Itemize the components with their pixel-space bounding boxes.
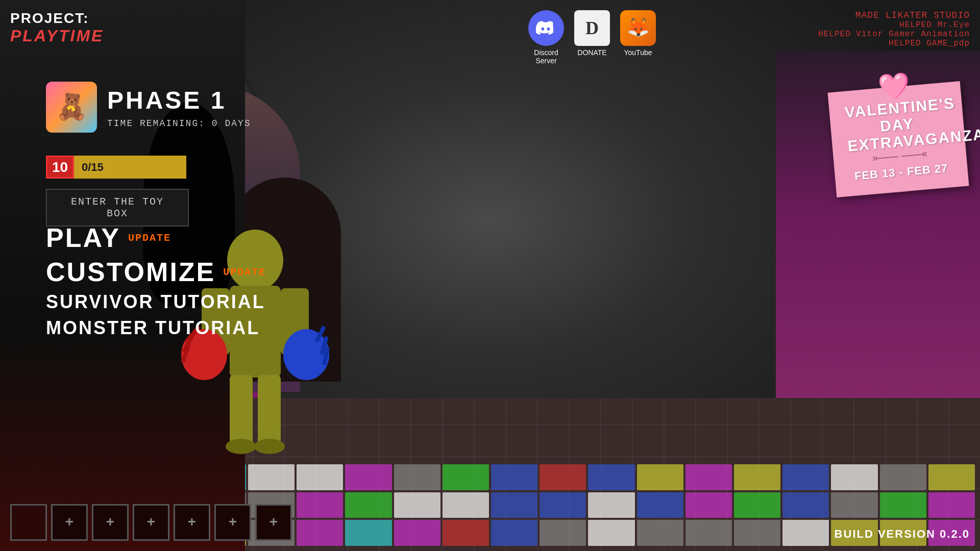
build-version: BUILD VERSION 0.2.0 [835, 528, 970, 541]
floor-tile [443, 464, 489, 490]
slot-7[interactable]: + [255, 504, 292, 541]
floor-tile [588, 464, 634, 490]
play-label: PLAY [46, 224, 120, 251]
credits-section: MADE LIKATER STUDIO HELPED Mr.Eye HELPED… [818, 10, 970, 48]
slot-4-plus: + [147, 515, 156, 531]
credits-title: MADE LIKATER STUDIO [818, 10, 970, 20]
credits-helped1: HELPED Mr.Eye [818, 20, 970, 30]
floor-tile [831, 464, 877, 490]
logo-line1: PROJECT: [10, 10, 104, 27]
floor-tile [394, 492, 440, 518]
valentine-title: VALENTINE'SDAYEXTRAVAGANZA [844, 95, 950, 155]
floor-tile [394, 520, 440, 546]
level-badge: 10 [46, 156, 74, 179]
floor-tile [685, 492, 732, 518]
floor-tile [685, 464, 732, 490]
progress-section: 10 0/15 [46, 156, 186, 179]
logo-line2: PLAYTIME [10, 27, 104, 45]
youtube-button[interactable]: 🦊 YouTube [620, 10, 656, 65]
time-remaining: TIME REMAINING: 0 DAYS [107, 118, 251, 129]
floor-tile [782, 492, 829, 518]
donate-button[interactable]: D DONATE [574, 10, 610, 65]
floor-tile [734, 464, 780, 490]
svg-point-4 [226, 439, 256, 454]
floor-tile [491, 520, 537, 546]
phase-section: 🧸 PHASE 1 TIME REMAINING: 0 DAYS [46, 82, 251, 133]
floor-tile [491, 464, 537, 490]
slot-5[interactable]: + [174, 504, 210, 541]
floor-tile [443, 520, 489, 546]
youtube-label: YouTube [624, 48, 652, 57]
floor-tile [588, 492, 634, 518]
floor-tile [394, 464, 440, 490]
floor-tile [345, 520, 391, 546]
progress-bar: 0/15 [74, 156, 186, 179]
valentine-heart-icon: 🩷 [877, 70, 911, 104]
play-update-badge: UPDATE [128, 232, 171, 244]
youtube-icon: 🦊 [620, 10, 656, 46]
slot-6[interactable]: + [214, 504, 251, 541]
play-menu-item[interactable]: PLAY UPDATE [46, 224, 266, 251]
monster-tutorial-item[interactable]: MONSTER TUTORIAL [46, 319, 266, 337]
svg-rect-3 [258, 375, 281, 446]
floor-tile [928, 492, 975, 518]
floor-tile [637, 520, 683, 546]
slot-1[interactable] [10, 504, 47, 541]
floor-tile [685, 520, 732, 546]
floor-tile [588, 520, 634, 546]
slot-3-plus: + [106, 515, 115, 531]
toy-box-icon: 🧸 [46, 82, 97, 133]
main-menu: PLAY UPDATE CUSTOMIZE UPDATE SURVIVOR TU… [46, 224, 266, 337]
slot-4[interactable]: + [133, 504, 169, 541]
slot-3[interactable]: + [92, 504, 129, 541]
discord-button[interactable]: DiscordServer [528, 10, 564, 65]
slot-7-plus: + [270, 515, 278, 531]
valentine-banner: 🩷 VALENTINE'SDAYEXTRAVAGANZA »—— ——« FEB… [828, 81, 969, 197]
credits-helped2: HELPED Vitor Gamer Animation [818, 30, 970, 39]
floor-tile [637, 464, 683, 490]
progress-text: 0/15 [82, 161, 104, 174]
floor-tile [880, 464, 926, 490]
customize-update-badge: UPDATE [223, 266, 266, 278]
floor-tile [540, 464, 586, 490]
floor-tile [540, 520, 586, 546]
phase-info: PHASE 1 TIME REMAINING: 0 DAYS [107, 86, 251, 129]
social-buttons-container: DiscordServer D DONATE 🦊 YouTube [528, 10, 656, 65]
svg-rect-2 [230, 375, 253, 446]
floor-tile [443, 492, 489, 518]
discord-icon [528, 10, 564, 46]
floor-tile [345, 492, 391, 518]
donate-label: DONATE [577, 48, 606, 57]
slot-2[interactable]: + [51, 504, 88, 541]
survivor-tutorial-item[interactable]: SURVIVOR TUTORIAL [46, 293, 266, 311]
valentine-card: 🩷 VALENTINE'SDAYEXTRAVAGANZA »—— ——« FEB… [828, 81, 969, 197]
floor-tile [831, 492, 877, 518]
customize-menu-item[interactable]: CUSTOMIZE UPDATE [46, 259, 266, 285]
floor-tile [540, 492, 586, 518]
svg-point-5 [254, 439, 285, 454]
floor-tile [345, 464, 391, 490]
floor-tile [782, 520, 829, 546]
phase-title: PHASE 1 [107, 86, 251, 114]
floor-tile [491, 492, 537, 518]
floor-tile [637, 492, 683, 518]
floor-tile [928, 464, 975, 490]
slot-2-plus: + [65, 515, 74, 531]
floor-tile [782, 464, 829, 490]
slot-6-plus: + [229, 515, 237, 531]
credits-helped3: HELPED GAME_pdp [818, 39, 970, 48]
floor-tile [734, 492, 780, 518]
bottom-slots: + + + + + + [10, 504, 292, 541]
slot-5-plus: + [188, 515, 197, 531]
customize-label: CUSTOMIZE [46, 259, 215, 285]
enter-toybox-button[interactable]: ENTER THE TOY BOX [46, 189, 189, 227]
donate-icon: D [574, 10, 610, 46]
floor-tile [880, 492, 926, 518]
discord-label: DiscordServer [534, 48, 558, 65]
floor-tile [734, 520, 780, 546]
game-logo: PROJECT: PLAYTIME [10, 10, 104, 45]
